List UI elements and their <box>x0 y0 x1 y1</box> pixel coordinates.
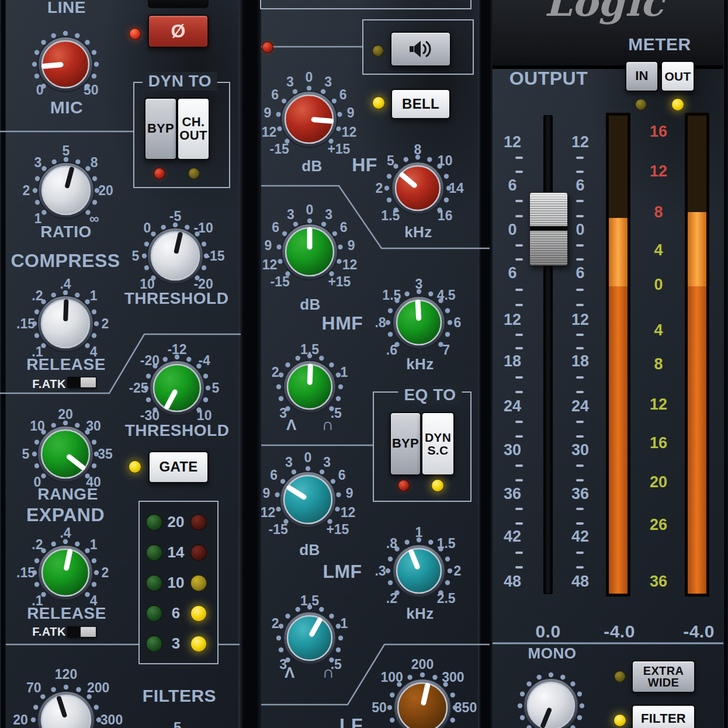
knob-tick-dot <box>321 89 325 94</box>
knob-tick-dot <box>388 332 393 337</box>
hmf-freq-knob[interactable]: .6.81.534.567 <box>363 266 475 379</box>
fader-scale-number: 12 <box>571 311 589 329</box>
mono-width-knob[interactable] <box>497 652 605 728</box>
knob-tick-dot <box>85 592 89 597</box>
hmf-freq-scale-label: 4.5 <box>437 287 456 303</box>
extra-wide-button-label: EXTRA WIDE <box>643 665 684 689</box>
lf-freq-knob[interactable]: 50100200300350 <box>362 647 483 728</box>
knob-tick-dot <box>92 582 96 587</box>
dyn-byp-button-label: BYP <box>147 122 174 135</box>
knob-tick-dot <box>34 74 39 78</box>
fader-scale-number: 6 <box>576 264 584 282</box>
knob-tick-dot <box>549 672 553 677</box>
hf-gain-knob[interactable]: 03366991212-15+15 <box>249 60 369 179</box>
fader-scale-number: 48 <box>504 573 521 591</box>
dyn-to-title: DYN TO <box>143 72 217 91</box>
knob-tick-dot <box>34 440 39 445</box>
eq-byp-led <box>398 480 410 491</box>
knob-tick-dot <box>92 440 96 445</box>
lmf-freq-scale-label: 1 <box>415 525 423 540</box>
eq-dynsc-button[interactable]: DYN S.C <box>421 412 455 476</box>
hf-freq-scale-label: 16 <box>438 208 453 223</box>
meter-in-led <box>635 99 647 110</box>
fader-scale-tick <box>515 391 523 393</box>
ratio-scale-label: 1 <box>34 211 42 226</box>
mic-gain-scale-label: 50 <box>84 82 99 98</box>
gate-button[interactable]: GATE <box>148 451 209 483</box>
fader-scale-number: 6 <box>508 176 516 195</box>
comp-threshold-knob[interactable]: 1050-5-10-15-20 <box>118 199 233 313</box>
phase-button[interactable]: Ø <box>148 15 209 48</box>
knob-tick-dot <box>407 675 412 680</box>
lmf-freq-scale-label: 2 <box>454 563 462 578</box>
mic-gain-knob[interactable]: 050 <box>12 11 119 118</box>
eq-byp-button[interactable]: BYP <box>390 412 421 476</box>
knob-tick-dot <box>146 374 151 379</box>
exp-threshold-knob[interactable]: -30-25-20-12-4510 <box>121 332 233 444</box>
stereo-filter-button[interactable]: FILTER <box>632 705 695 728</box>
knob-cap <box>151 232 199 280</box>
knob-tick-dot <box>388 308 393 313</box>
meter-scale-number: 26 <box>650 516 667 534</box>
fader-scale-tick <box>576 304 584 306</box>
hf-freq-knob[interactable]: 1.5258101416 <box>362 132 474 244</box>
hmf-gain-scale-label: 0 <box>306 202 314 217</box>
knob-tick-dot <box>75 423 79 428</box>
exp-range-scale-label: 5 <box>22 446 30 462</box>
input-select-button[interactable] <box>148 0 209 8</box>
knob-cap <box>42 549 89 596</box>
knob-cap <box>42 167 90 214</box>
hmf-gain-knob[interactable]: 03366991212-15+15 <box>250 192 369 311</box>
hf-freq-scale-label: 14 <box>449 181 464 196</box>
knob-tick-dot <box>276 384 281 389</box>
hmf-q-knob[interactable]: 321.51.5 <box>255 332 365 442</box>
dyn-chout-button[interactable]: CH. OUT <box>177 98 210 160</box>
fader-scale-number: 6 <box>508 264 516 282</box>
knob-tick-dot <box>387 705 392 710</box>
output-fader-track[interactable] <box>543 115 553 594</box>
exp-fast-attack-switch[interactable] <box>67 626 96 637</box>
exp-threshold-scale-label: 10 <box>197 408 212 423</box>
knob-tick-dot <box>85 40 89 44</box>
exp-range-scale-label: 30 <box>86 418 101 434</box>
eq-byp-button-label: BYP <box>392 437 419 450</box>
knob-tick-dot <box>329 362 334 367</box>
hf-gain-scale-label: 6 <box>339 87 347 102</box>
fader-scale-number: 24 <box>571 397 589 415</box>
meter-out-button[interactable]: OUT <box>661 61 695 92</box>
ratio-knob[interactable]: 1235820∞ <box>9 133 123 248</box>
listen-button[interactable] <box>390 32 451 67</box>
knob-tick-dot <box>285 613 290 618</box>
fader-scale-number: 30 <box>504 441 521 459</box>
exp-range-knob[interactable]: 051020303540 <box>8 397 123 511</box>
knob-tick-dot <box>388 580 393 585</box>
knob-tick-dot <box>32 452 37 456</box>
meter-scale-number: 4 <box>654 321 663 339</box>
exp-release-scale-label: 1 <box>90 537 98 552</box>
dyn-byp-button[interactable]: BYP <box>144 98 177 160</box>
knob-tick-dot <box>338 245 342 249</box>
lf-freq-scale-label: 50 <box>372 700 387 715</box>
exp-release-scale-label: .4 <box>60 525 71 540</box>
fader-scale-tick <box>576 334 584 336</box>
comp-release-knob[interactable]: .1.15.2.4124 <box>8 266 123 381</box>
knob-tick-dot <box>337 112 342 117</box>
meter-in-button[interactable]: IN <box>625 61 658 92</box>
lmf-gain-knob[interactable]: 03366991212-15+15 <box>248 440 368 559</box>
mic-gain-scale-label: 0 <box>36 82 44 98</box>
output-fader-cap[interactable] <box>529 192 568 266</box>
knob-tick-dot <box>41 40 46 44</box>
comp-fast-attack-switch[interactable] <box>67 377 96 388</box>
lmf-q-scale-label: 1.5 <box>300 593 319 608</box>
exp-release-knob[interactable]: .1.15.2.4124 <box>8 515 123 630</box>
lmf-freq-knob[interactable]: .2.3.811.522.5 <box>363 515 475 627</box>
lmf-q-knob[interactable]: 321.51.5 <box>255 583 365 693</box>
hmf-gain-scale-label: 9 <box>348 238 355 253</box>
filters-hpf-knob[interactable]: 2070120200300 <box>3 657 129 728</box>
extra-wide-button[interactable]: EXTRA WIDE <box>632 660 695 693</box>
bell-button[interactable]: BELL <box>391 89 450 119</box>
comp-threshold-scale-label: 5 <box>132 248 140 264</box>
fader-scale-number: 12 <box>504 311 521 329</box>
fader-scale-tick <box>515 171 523 173</box>
eq-in-led <box>262 41 273 53</box>
